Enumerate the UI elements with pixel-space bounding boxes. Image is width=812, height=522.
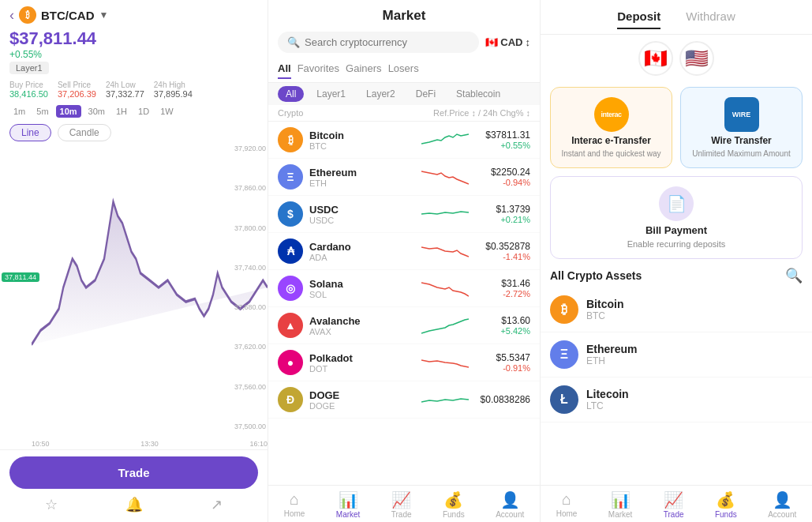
crypto-list: ₿ Bitcoin BTC $37811.31 +0.55% Ξ Ethereu… [268,122,540,485]
sol-name: Solana [309,278,415,290]
low-value: 37,332.77 [106,89,144,99]
crypto-item-avax[interactable]: ▲ Avalanche AVAX $13.60 +5.42% [268,307,540,344]
low-label: 24h Low [106,81,144,89]
filter-stablecoin[interactable]: Stablecoin [448,86,508,102]
crypto-item-usdc[interactable]: $ USDC USDC $1.3739 +0.21% [268,196,540,233]
candle-chart-button[interactable]: Candle [58,124,111,141]
avax-symbol: AVAX [309,327,415,336]
dep-nav-market[interactable]: 📊 Market [608,490,633,519]
doge-price-col: $0.0838286 [475,394,530,405]
deposit-tab[interactable]: Deposit [617,9,660,29]
y-label-3: 37,800.00 [234,224,266,232]
bill-payment-card[interactable]: 📄 Bill Payment Enable recurring deposits [550,176,803,259]
wire-name: Wire Transfer [711,135,772,146]
crypto-item-doge[interactable]: Ð DOGE DOGE $0.0838286 [268,381,540,419]
nav-account[interactable]: 👤 Account [496,490,524,519]
crypto-item-ada[interactable]: ₳ Cardano ADA $0.352878 -1.41% [268,233,540,270]
dep-nav-home-label: Home [556,509,578,518]
y-label-4: 37,740.00 [234,264,266,272]
doge-mini-chart [421,388,469,411]
filter-layer2[interactable]: Layer2 [358,86,403,102]
filter-layer1[interactable]: Layer1 [309,86,354,102]
sol-logo: ◎ [278,276,303,301]
pair-dropdown-icon[interactable]: ▼ [99,9,109,21]
dep-nav-home[interactable]: ⌂ Home [556,490,578,519]
currency-flags: 🇨🇦 🇺🇸 [541,35,812,79]
currency-label: CAD [500,36,522,48]
interac-card[interactable]: interac Interac e-Transfer Instant and t… [550,87,672,168]
tab-gainers[interactable]: Gainers [346,59,382,79]
high-value: 37,895.94 [154,89,193,99]
asset-item-ltc[interactable]: Ł Litecoin LTC [541,377,812,422]
btc-name-col: Bitcoin BTC [309,130,415,151]
asset-btc-name: Bitcoin [586,298,623,310]
crypto-search-icon[interactable]: 🔍 [785,267,803,284]
doge-name-col: DOGE DOGE [309,389,415,411]
ada-price: $0.352878 [475,241,530,252]
eth-price-col: $2250.24 -0.94% [475,167,530,187]
filter-all[interactable]: All [278,86,304,102]
market-title: Market [268,0,540,28]
ada-change: -1.41% [475,252,530,261]
buy-price-label: Buy Price [9,81,48,89]
sol-symbol: SOL [309,290,415,299]
nav-funds[interactable]: 💰 Funds [443,490,465,519]
trade-button[interactable]: Trade [9,456,258,489]
interval-10m[interactable]: 10m [56,105,81,118]
tab-losers[interactable]: Losers [388,59,419,79]
asset-item-btc[interactable]: ₿ Bitcoin BTC [541,287,812,332]
crypto-item-btc[interactable]: ₿ Bitcoin BTC $37811.31 +0.55% [268,122,540,159]
y-label-7: 37,560.00 [234,383,266,391]
share-icon[interactable]: ↗ [208,495,226,514]
line-chart-button[interactable]: Line [9,124,51,141]
nav-market[interactable]: 📊 Market [336,490,361,519]
nav-trade[interactable]: 📈 Trade [391,490,412,519]
asset-item-eth[interactable]: Ξ Ethereum ETH [541,332,812,377]
interval-1d[interactable]: 1D [134,105,153,118]
bill-payment-icon: 📄 [659,186,694,221]
interval-1m[interactable]: 1m [9,105,29,118]
canada-flag-circle[interactable]: 🇨🇦 [638,41,673,76]
crypto-item-dot[interactable]: ● Polkadot DOT $5.5347 -0.91% [268,344,540,381]
wire-card[interactable]: WIRE Wire Transfer Unlimited Maximum Amo… [680,87,803,168]
asset-ltc-name: Litecoin [586,388,629,400]
crypto-item-eth[interactable]: Ξ Ethereum ETH $2250.24 -0.94% [268,159,540,196]
nav-home[interactable]: ⌂ Home [284,490,305,519]
doge-price: $0.0838286 [475,394,530,405]
eth-name: Ethereum [309,167,415,178]
dep-nav-account[interactable]: 👤 Account [768,490,796,519]
tab-all[interactable]: All [278,59,291,79]
sell-price-value: 37,206.39 [58,89,96,99]
bell-icon[interactable]: 🔔 [125,495,144,514]
deposit-tabs: Deposit Withdraw [541,0,812,35]
eth-logo: Ξ [278,164,303,190]
dep-nav-funds[interactable]: 💰 Funds [715,490,737,519]
dot-price: $5.5347 [475,352,530,363]
dot-change: -0.91% [475,363,530,373]
dep-nav-trade[interactable]: 📈 Trade [664,490,684,519]
dep-nav-trade-label: Trade [664,510,684,519]
us-flag-circle[interactable]: 🇺🇸 [679,41,714,76]
filter-defi[interactable]: DeFi [408,86,443,102]
interval-30m[interactable]: 30m [84,105,109,118]
interval-1h[interactable]: 1H [112,105,131,118]
crypto-item-sol[interactable]: ◎ Solana SOL $31.46 -2.72% [268,270,540,307]
sol-price: $31.46 [475,278,530,289]
usdc-name-col: USDC USDC [309,204,415,225]
back-button[interactable]: ‹ [9,7,14,24]
asset-btc-symbol: BTC [586,310,623,321]
btc-symbol: BTC [309,141,415,151]
withdraw-tab[interactable]: Withdraw [686,9,735,29]
search-box[interactable]: 🔍 [278,32,479,53]
y-label-6: 37,620.00 [234,343,266,351]
interval-5m[interactable]: 5m [32,105,52,118]
interval-1w[interactable]: 1W [156,105,178,118]
tab-favorites[interactable]: Favorites [297,59,339,79]
btc-name: Bitcoin [309,130,415,141]
asset-ltc-logo: Ł [550,385,578,414]
search-input[interactable] [305,36,470,48]
ada-name: Cardano [309,241,415,253]
dot-name-col: Polkadot DOT [309,352,415,374]
currency-selector[interactable]: 🇨🇦 CAD ↕ [485,36,530,48]
star-icon[interactable]: ☆ [42,495,61,514]
